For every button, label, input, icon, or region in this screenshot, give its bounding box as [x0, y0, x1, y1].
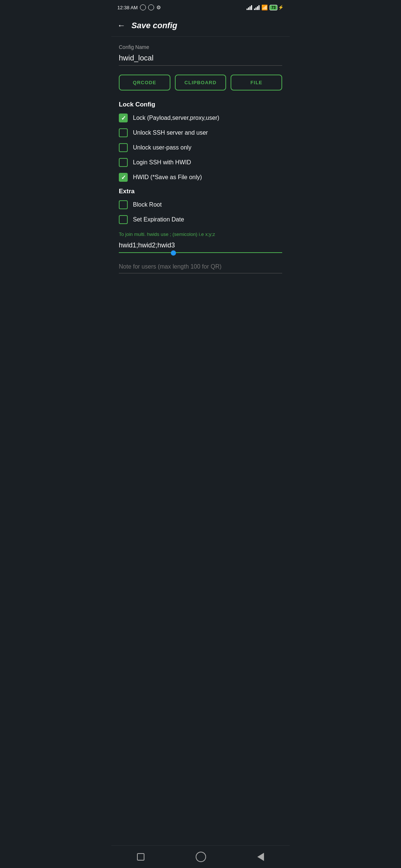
hwid-input[interactable] [119, 240, 282, 253]
battery-level: 73 [270, 5, 277, 10]
checkbox-unlock-user[interactable]: Unlock user-pass only [119, 143, 282, 152]
file-button[interactable]: FILE [231, 75, 282, 91]
checkbox-hwid-file-box[interactable] [119, 173, 128, 182]
main-content: Config Name QRCODE CLIPBOARD FILE Lock C… [111, 37, 290, 845]
status-bar: 12:38 AM ⚙ 📶 73 ⚡ [111, 0, 290, 15]
checkbox-unlock-ssh[interactable]: Unlock SSH server and user [119, 128, 282, 137]
checkbox-block-root-box[interactable] [119, 200, 128, 209]
config-name-input[interactable] [119, 52, 282, 66]
status-time: 12:38 AM ⚙ [117, 4, 161, 10]
lock-config-title: Lock Config [119, 101, 282, 108]
checkbox-lock-payload-label: Lock (Payload,server,proxy,user) [133, 115, 219, 121]
checkbox-set-expiry-label: Set Expiration Date [133, 216, 184, 223]
bar1 [254, 9, 255, 10]
bar4 [258, 5, 260, 10]
checkbox-lock-payload[interactable]: Lock (Payload,server,proxy,user) [119, 114, 282, 122]
status-right: 📶 73 ⚡ [247, 4, 284, 10]
bar2 [255, 7, 257, 10]
extra-title: Extra [119, 188, 282, 195]
settings-icon: ⚙ [156, 4, 161, 10]
checkbox-login-hwid[interactable]: Login SSH with HWID [119, 158, 282, 167]
qrcode-button[interactable]: QRCODE [119, 75, 170, 91]
wifi-icon: 📶 [261, 4, 268, 10]
nav-circle-button[interactable] [196, 852, 206, 862]
signal-bars-2 [254, 5, 260, 10]
checkbox-hwid-file[interactable]: HWID (*Save as File only) [119, 173, 282, 182]
bar2 [248, 7, 249, 10]
checkbox-login-hwid-label: Login SSH with HWID [133, 159, 191, 166]
bar1 [247, 9, 248, 10]
checkbox-block-root[interactable]: Block Root [119, 200, 282, 209]
checkbox-unlock-user-label: Unlock user-pass only [133, 144, 191, 151]
cursor-dot [171, 250, 176, 256]
checkbox-unlock-user-box[interactable] [119, 143, 128, 152]
page-title: Save config [131, 21, 177, 30]
hwid-hint: To join multi. hwids use ; (semicolon) i… [119, 231, 282, 237]
back-button[interactable]: ← [117, 21, 125, 30]
checkbox-block-root-label: Block Root [133, 201, 162, 208]
config-name-label: Config Name [119, 44, 282, 50]
clipboard-button[interactable]: CLIPBOARD [175, 75, 226, 91]
checkbox-login-hwid-box[interactable] [119, 158, 128, 167]
hwid-input-container [119, 240, 282, 253]
header: ← Save config [111, 15, 290, 37]
bar3 [257, 6, 258, 10]
nav-back-button[interactable] [257, 853, 264, 861]
battery-container: 73 ⚡ [270, 5, 284, 10]
checkbox-set-expiry[interactable]: Set Expiration Date [119, 215, 282, 224]
status-icon-1 [140, 4, 146, 10]
checkbox-set-expiry-box[interactable] [119, 215, 128, 224]
checkbox-hwid-file-label: HWID (*Save as File only) [133, 174, 202, 181]
signal-bars-1 [247, 5, 252, 10]
nav-bar [111, 845, 290, 868]
status-icon-2 [148, 4, 154, 10]
bar4 [251, 5, 252, 10]
checkbox-lock-payload-box[interactable] [119, 114, 128, 122]
note-input[interactable] [119, 262, 282, 273]
checkbox-unlock-ssh-label: Unlock SSH server and user [133, 129, 208, 136]
time-display: 12:38 AM [117, 5, 138, 10]
bar3 [250, 6, 251, 10]
charging-icon: ⚡ [278, 5, 284, 10]
action-buttons: QRCODE CLIPBOARD FILE [119, 75, 282, 91]
nav-square-button[interactable] [137, 853, 144, 861]
checkbox-unlock-ssh-box[interactable] [119, 128, 128, 137]
